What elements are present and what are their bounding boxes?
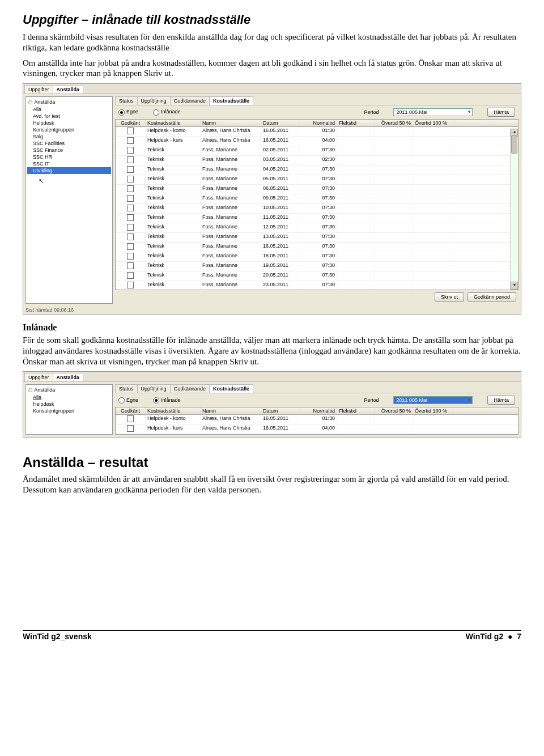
intro-paragraph-1: I denna skärmbild visas resultaten för d… (23, 32, 521, 53)
table-row[interactable]: TekniskFoss, Marianne02.05.201107:30 (116, 146, 518, 156)
tree-item[interactable]: SSC Facilities (27, 140, 111, 147)
approve-checkbox[interactable] (127, 415, 134, 422)
tree-root[interactable]: Anställda (27, 99, 111, 106)
radio-inlanade[interactable]: Inlånade (153, 397, 181, 404)
tree-item[interactable]: Salg (27, 133, 111, 140)
tab-godkannande[interactable]: Godkännande (170, 96, 210, 105)
approve-checkbox[interactable] (127, 224, 134, 231)
approve-checkbox[interactable] (127, 147, 134, 154)
tree-root[interactable]: Anställda (27, 387, 111, 394)
skriv-ut-button[interactable]: Skriv ut (435, 292, 464, 301)
tree-item[interactable]: Alla (27, 394, 111, 401)
status-line: Sist hämtad 09:06:16 (23, 306, 521, 314)
scroll-down-icon[interactable]: ▾ (511, 282, 518, 290)
table-row[interactable]: TekniskFoss, Marianne06.05.201107:30 (116, 185, 518, 194)
radio-inlanade[interactable]: Inlånade (153, 109, 181, 115)
table-row[interactable]: TekniskFoss, Marianne11.05.201107:30 (116, 214, 518, 223)
scroll-thumb[interactable] (511, 135, 517, 154)
tree-item[interactable]: SSC IT (27, 160, 111, 167)
tree-item[interactable]: Avd. for test (27, 113, 111, 120)
screenshot-1: Uppgifter Anställda Anställda Alla Avd. … (23, 83, 521, 315)
cursor-icon: ↖ (27, 174, 111, 184)
table-row[interactable]: Helpdesk - kursAlnæs, Hans Christia16.05… (116, 137, 518, 146)
tab-status[interactable]: Status (115, 96, 138, 105)
radio-egne[interactable]: Egne (118, 109, 138, 115)
tab-godkannande[interactable]: Godkännande (170, 384, 210, 393)
tree-item[interactable]: Alla (27, 106, 111, 113)
approve-checkbox[interactable] (127, 425, 134, 432)
tree-item-selected[interactable]: Utvikling (27, 167, 111, 174)
approve-checkbox[interactable] (127, 262, 134, 269)
screenshot-2: Uppgifter Anställda Anställda Alla Helpd… (23, 371, 521, 438)
tab-uppfoljning[interactable]: Uppföljning (137, 96, 171, 105)
tab-uppgifter[interactable]: Uppgifter (24, 85, 53, 94)
tab-kostnadsstalle[interactable]: Kostnadsställe (209, 384, 253, 393)
tab-kostnadsstalle[interactable]: Kostnadsställe (209, 96, 253, 105)
tree-item[interactable]: Konsulentgruppen (27, 126, 111, 133)
result-paragraph: Ändamålet med skärmbilden är att använda… (23, 474, 521, 495)
table-row[interactable]: TekniskFoss, Marianne12.05.201107:30 (116, 223, 518, 233)
approve-checkbox[interactable] (127, 272, 134, 279)
table-row[interactable]: TekniskFoss, Marianne13.05.201107:30 (116, 233, 518, 243)
table-row[interactable]: Helpdesk - kursAlnæs, Hans Christia16.05… (116, 424, 518, 434)
table-row[interactable]: TekniskFoss, Marianne05.05.201107:30 (116, 175, 518, 185)
intro-paragraph-2: Om anställda inte har jobbat på andra ko… (23, 58, 521, 79)
right-tabbar: Status Uppföljning Godkännande Kostnadss… (115, 96, 518, 105)
table-row[interactable]: TekniskFoss, Marianne19.05.201107:30 (116, 262, 518, 271)
tab-status[interactable]: Status (115, 384, 138, 393)
approve-checkbox[interactable] (127, 282, 134, 288)
approve-checkbox[interactable] (127, 185, 134, 192)
tab-anstallda[interactable]: Anställda (53, 373, 84, 381)
tree-item[interactable]: SSC Finance (27, 147, 111, 154)
data-grid[interactable]: Godkänt Kostnadsställe Namn Datum Normal… (115, 119, 518, 290)
tab-anstallda[interactable]: Anställda (53, 85, 84, 94)
table-row[interactable]: TekniskFoss, Marianne04.05.201107:30 (116, 165, 518, 175)
approve-checkbox[interactable] (127, 214, 134, 221)
footer-left: WinTid g2_svensk (23, 632, 92, 641)
tab-uppfoljning[interactable]: Uppföljning (137, 384, 171, 393)
toolbar: Egne Inlånade Period 2011 005 Mai Hämta (115, 393, 518, 407)
tree-item[interactable]: Konsulentgruppen (27, 407, 111, 414)
data-grid[interactable]: Godkänt Kostnadsställe Namn Datum Normal… (115, 407, 518, 435)
approve-checkbox[interactable] (127, 156, 134, 163)
hamta-button[interactable]: Hämta (487, 108, 515, 117)
approve-checkbox[interactable] (127, 195, 134, 202)
scrollbar[interactable]: ▴ ▾ (510, 129, 518, 290)
grid-header: Godkänt Kostnadsställe Namn Datum Normal… (116, 407, 518, 415)
godkann-period-button[interactable]: Godkänn period (468, 292, 516, 301)
table-row[interactable]: TekniskFoss, Marianne09.05.201107:30 (116, 194, 518, 204)
approve-checkbox[interactable] (127, 128, 134, 134)
grid-footer: Skriv ut Godkänn period (115, 290, 518, 304)
table-row[interactable]: TekniskFoss, Marianne16.05.201107:30 (116, 243, 518, 252)
radio-egne[interactable]: Egne (118, 397, 138, 404)
table-row[interactable]: TekniskFoss, Marianne03.05.201102:30 (116, 156, 518, 165)
inlanade-heading: Inlånade (23, 322, 521, 333)
footer-right: WinTid g2 ● 7 (466, 632, 521, 641)
table-row[interactable]: TekniskFoss, Marianne18.05.201107:30 (116, 252, 518, 262)
period-dropdown[interactable]: 2011 005 Mai (393, 108, 473, 116)
period-label: Period (364, 109, 379, 115)
approve-checkbox[interactable] (127, 205, 134, 211)
approve-checkbox[interactable] (127, 253, 134, 260)
org-tree[interactable]: Anställda Alla Helpdesk Konsulentgruppen (26, 384, 113, 435)
tree-item[interactable]: SSC HR (27, 154, 111, 160)
table-row[interactable]: TekniskFoss, Marianne23.05.201107:30 (116, 281, 518, 290)
approve-checkbox[interactable] (127, 243, 134, 250)
tab-uppgifter[interactable]: Uppgifter (24, 373, 53, 381)
table-row[interactable]: TekniskFoss, Marianne10.05.201107:30 (116, 204, 518, 214)
toolbar: Egne Inlånade Period 2011 005 Mai Hämta (115, 105, 518, 119)
period-dropdown[interactable]: 2011 005 Mai (393, 396, 473, 404)
tree-item[interactable]: Helpdesk (27, 401, 111, 407)
hamta-button[interactable]: Hämta (487, 396, 515, 405)
table-row[interactable]: Helpdesk - kontoAlnæs, Hans Christia16.0… (116, 127, 518, 137)
table-row[interactable]: TekniskFoss, Marianne20.05.201107:30 (116, 271, 518, 281)
approve-checkbox[interactable] (127, 166, 134, 173)
tree-item[interactable]: Helpdesk (27, 120, 111, 126)
approve-checkbox[interactable] (127, 176, 134, 182)
approve-checkbox[interactable] (127, 233, 134, 240)
section-heading: Uppgifter – inlånade till kostnadsställe (23, 12, 521, 27)
org-tree[interactable]: Anställda Alla Avd. for test Helpdesk Ko… (26, 96, 113, 304)
approve-checkbox[interactable] (127, 137, 134, 144)
result-heading: Anställda – resultat (23, 455, 521, 470)
table-row[interactable]: Helpdesk - kontoAlnæs, Hans Christia16.0… (116, 415, 518, 424)
